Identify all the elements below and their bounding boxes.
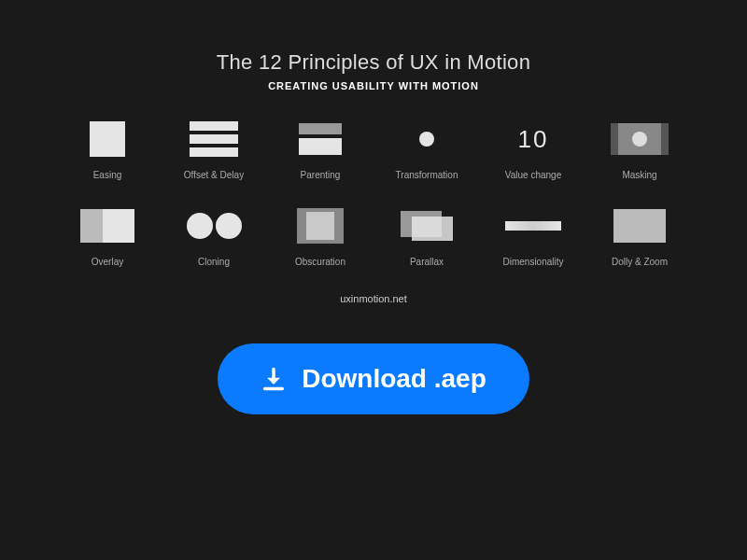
parallax-icon	[401, 211, 453, 241]
principle-label: Dolly & Zoom	[612, 257, 668, 267]
parenting-icon	[299, 123, 342, 155]
offset-delay-icon	[190, 121, 238, 157]
principle-label: Transformation	[396, 170, 458, 180]
dimensionality-icon	[505, 221, 561, 231]
principle-label: Dimensionality	[502, 257, 563, 267]
principle-obscuration: Obscuration	[271, 206, 370, 267]
page: The 12 Principles of UX in Motion CREATI…	[0, 0, 747, 560]
cloning-icon	[187, 213, 242, 239]
principle-parallax: Parallax	[377, 206, 476, 267]
footer-url: uxinmotion.net	[340, 293, 407, 304]
page-title: The 12 Principles of UX in Motion	[217, 50, 530, 75]
principle-parenting: Parenting	[271, 119, 370, 180]
principles-grid: Easing Offset & Delay Parenting Transfor…	[58, 119, 689, 267]
principle-label: Overlay	[92, 257, 123, 267]
principle-label: Parallax	[410, 257, 444, 267]
principle-cloning: Cloning	[164, 206, 263, 267]
obscuration-icon	[297, 208, 344, 244]
principle-overlay: Overlay	[58, 206, 157, 267]
principle-label: Parenting	[301, 170, 341, 180]
principle-easing: Easing	[58, 119, 157, 180]
principle-dimensionality: Dimensionality	[484, 206, 583, 267]
masking-icon	[611, 123, 669, 155]
dolly-zoom-icon	[613, 209, 666, 243]
principle-label: Value change	[505, 170, 561, 180]
principle-value-change: 10 Value change	[484, 119, 583, 180]
easing-icon	[90, 121, 125, 157]
principle-offset-delay: Offset & Delay	[164, 119, 263, 180]
principle-label: Offset & Delay	[184, 170, 244, 180]
download-icon	[261, 366, 287, 392]
value-change-icon: 10	[518, 125, 549, 154]
principle-masking: Masking	[590, 119, 689, 180]
principle-dolly-zoom: Dolly & Zoom	[590, 206, 689, 267]
overlay-icon	[80, 209, 134, 243]
download-button[interactable]: Download .aep	[218, 343, 529, 414]
principle-label: Cloning	[198, 257, 230, 267]
principle-label: Easing	[93, 170, 122, 180]
download-button-label: Download .aep	[302, 364, 486, 394]
transformation-icon	[419, 132, 434, 147]
principle-label: Masking	[622, 170, 656, 180]
principle-transformation: Transformation	[377, 119, 476, 180]
page-subtitle: CREATING USABILITY WITH MOTION	[268, 80, 479, 91]
principle-label: Obscuration	[295, 257, 345, 267]
